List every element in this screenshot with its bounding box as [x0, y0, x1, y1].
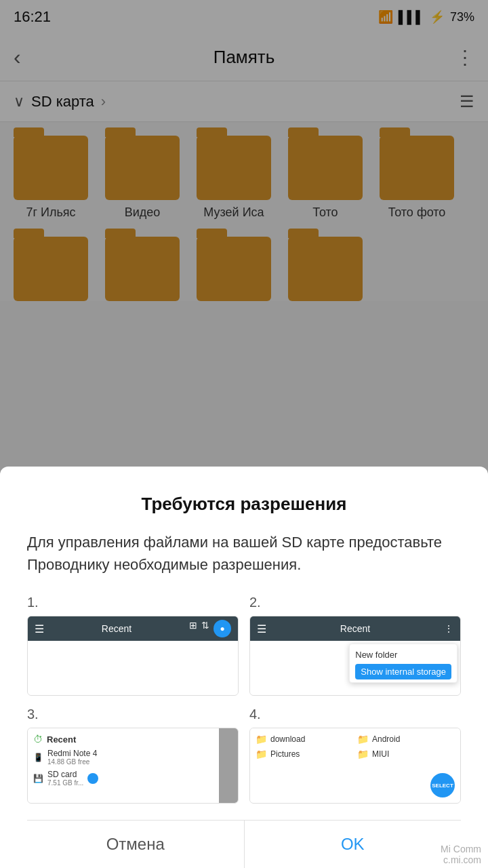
ss3-sdcard-icon: 💾: [33, 774, 43, 783]
ss3-sdcard-name: SD card: [47, 770, 83, 779]
cancel-button[interactable]: Отмена: [27, 821, 245, 868]
ss3-device-icon: 📱: [33, 753, 43, 762]
screenshot-2: ☰ Recent ⋮ New folder Show internal stor…: [249, 616, 461, 696]
ss4-item-1-label: download: [270, 734, 305, 744]
instruction-step-2: 2. ☰ Recent ⋮ New folder Show internal s…: [249, 595, 461, 696]
ss2-menu-icon: ☰: [257, 623, 266, 635]
ss2-more-icon: ⋮: [444, 623, 453, 634]
ss4-folder-3-icon: 📁: [256, 749, 267, 760]
ss4-grid: 📁 download 📁 Android 📁 Pictures: [256, 734, 455, 760]
ss1-icons: ⊞ ⇅ ●: [189, 620, 231, 637]
instruction-step-4: 4. 📁 download 📁 Android: [249, 707, 461, 804]
ss3-blue-dot: [87, 773, 98, 784]
ss4-item-download: 📁 download: [256, 734, 353, 745]
ss1-grid-icon: ⊞: [189, 620, 197, 637]
instruction-step-3: 3. ⏱ Recent 📱 Redmi Note 4 14.88 GB free: [27, 707, 239, 804]
ss1-sort-icon: ⇅: [201, 620, 209, 637]
ss3-scrollbar: [219, 728, 238, 803]
ss1-title: Recent: [49, 623, 184, 634]
ss4-folder-1-icon: 📁: [256, 734, 267, 745]
ss2-new-folder: New folder: [355, 647, 451, 663]
ss2-dropdown: New folder Show internal storage: [349, 644, 458, 683]
instruction-step-1: 1. ☰ Recent ⊞ ⇅ ●: [27, 595, 239, 696]
ss3-sdcard-size: 7.51 GB fr...: [47, 779, 83, 787]
ss4-item-android: 📁 Android: [357, 734, 455, 745]
ss2-show-storage: Show internal storage: [355, 664, 451, 679]
ss3-device-name: Redmi Note 4: [47, 749, 97, 758]
step2-label: 2.: [249, 595, 461, 610]
modal-title: Требуются разрешения: [27, 494, 461, 515]
ss3-clock-icon: ⏱: [33, 734, 43, 745]
ss4-item-4-label: MIUI: [372, 749, 389, 759]
ss3-body: ⏱ Recent 📱 Redmi Note 4 14.88 GB free 💾: [28, 728, 238, 803]
ss4-item-3-label: Pictures: [270, 749, 300, 759]
ss4-item-miui: 📁 MIUI: [357, 749, 455, 760]
screenshot-3: ⏱ Recent 📱 Redmi Note 4 14.88 GB free 💾: [27, 728, 239, 804]
ss4-item-2-label: Android: [372, 734, 400, 744]
modal-body: Для управления файлами на вашей SD карте…: [27, 531, 461, 576]
ss4-item-pictures: 📁 Pictures: [256, 749, 353, 760]
ss1-menu-icon: ☰: [35, 623, 44, 635]
ss1-blue-btn: ●: [214, 620, 231, 637]
ss3-device-row: 📱 Redmi Note 4 14.88 GB free: [33, 749, 232, 766]
ss3-recent-row: ⏱ Recent: [33, 734, 232, 745]
screenshot-4: 📁 download 📁 Android 📁 Pictures: [249, 728, 461, 804]
watermark-line1: Mi Comm: [441, 844, 481, 854]
watermark-line2: c.mi.com: [441, 854, 481, 865]
ss4-folder-4-icon: 📁: [357, 749, 369, 760]
modal-overlay: Требуются разрешения Для управления файл…: [0, 0, 488, 868]
ss1-body: [28, 641, 238, 695]
ok-button[interactable]: OK: [245, 821, 462, 868]
ss4-folder-2-icon: 📁: [357, 734, 369, 745]
screenshot-1: ☰ Recent ⊞ ⇅ ●: [27, 616, 239, 696]
ss3-recent-label: Recent: [47, 734, 76, 745]
instructions-grid: 1. ☰ Recent ⊞ ⇅ ● 2.: [27, 595, 461, 804]
watermark: Mi Comm c.mi.com: [441, 844, 481, 865]
ss2-title: Recent: [272, 623, 439, 634]
step1-label: 1.: [27, 595, 239, 610]
step3-label: 3.: [27, 707, 239, 722]
ss3-sdcard-row: 💾 SD card 7.51 GB fr...: [33, 770, 232, 787]
ss2-body: New folder Show internal storage: [250, 641, 460, 695]
step4-label: 4.: [249, 707, 461, 722]
ss3-device-size: 14.88 GB free: [47, 758, 97, 766]
permissions-modal: Требуются разрешения Для управления файл…: [0, 467, 488, 868]
ss4-body: 📁 download 📁 Android 📁 Pictures: [250, 728, 460, 803]
modal-buttons: Отмена OK: [27, 820, 461, 868]
ss4-select-button: SELECT: [430, 773, 455, 797]
